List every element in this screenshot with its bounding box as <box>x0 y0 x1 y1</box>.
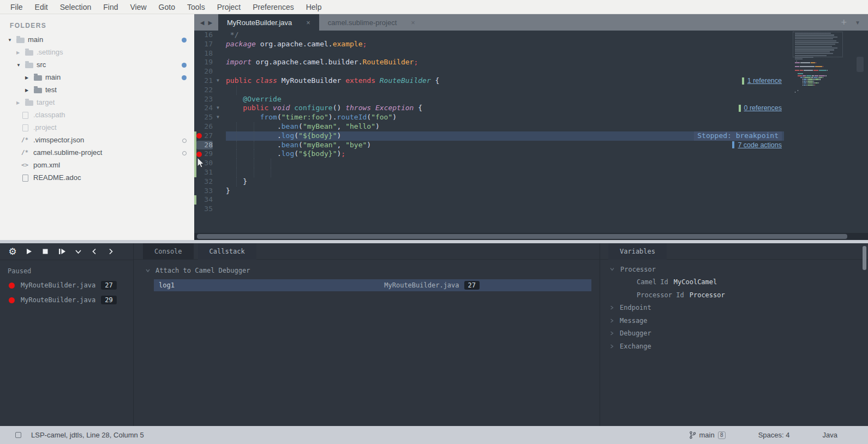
nav-left-icon[interactable] <box>86 245 103 258</box>
code-line[interactable]: 19import org.apache.camel.builder.RouteB… <box>194 58 868 67</box>
code-line[interactable]: 18 <box>194 49 868 58</box>
menu-item-edit[interactable]: Edit <box>29 3 54 11</box>
sidebar-item--settings[interactable]: ▶.settings <box>0 46 194 59</box>
code-line[interactable]: 25▼ from("timer:foo").routeId("foo") <box>194 113 868 122</box>
variable-row-endpoint[interactable]: Endpoint <box>609 302 868 315</box>
tab-overflow-icon[interactable]: ▼ <box>855 20 860 26</box>
code-line[interactable]: 24▼ public void configure() throws Excep… <box>194 104 868 113</box>
minimap[interactable] <box>784 31 851 233</box>
code-line[interactable]: 29 .log("${body}"); <box>194 149 868 159</box>
git-branch-icon <box>689 431 696 439</box>
code-line[interactable]: 23 @Override <box>194 95 868 104</box>
nav-right-icon[interactable] <box>103 245 119 258</box>
status-message: LSP-camel, jdtls, Line 28, Column 5 <box>31 431 144 439</box>
minimap-line <box>795 64 849 65</box>
line-number: 16 <box>196 31 213 40</box>
sidebar-item-pom-xml[interactable]: <>pom.xml <box>0 159 194 172</box>
git-branch-indicator[interactable]: main 8 <box>689 431 726 439</box>
code-line[interactable]: 26 .bean("myBean", "hello") <box>194 122 868 131</box>
debugger-controls-pane: ⚙ Paused MyRouteBuilder.java27MyRouteBui… <box>0 243 134 426</box>
sidebar-item--classpath[interactable]: .classpath <box>0 109 194 122</box>
chevron-right-icon <box>609 318 614 323</box>
stop-icon[interactable] <box>37 245 53 258</box>
breakpoint-row[interactable]: MyRouteBuilder.java27 <box>9 281 133 290</box>
tab-bar: ◀ ▶ MyRouteBuilder.java×camel.sublime-pr… <box>194 14 868 31</box>
annotation-link[interactable]: 7 code actions <box>738 141 782 150</box>
sidebar-item-readme-adoc[interactable]: README.adoc <box>0 172 194 184</box>
horizontal-scrollbar-thumb[interactable] <box>197 234 847 239</box>
variable-child-row[interactable]: Camel IdMyCoolCamel <box>637 276 868 289</box>
menu-item-help[interactable]: Help <box>300 3 328 11</box>
sidebar-item-main[interactable]: ▼main <box>0 34 194 46</box>
annotation-bar <box>732 141 734 148</box>
variable-row-message[interactable]: Message <box>609 314 868 327</box>
sidebar-item-target[interactable]: ▶target <box>0 97 194 109</box>
annotation-link[interactable]: 1 reference <box>747 76 782 86</box>
annotation-link[interactable]: 0 references <box>744 104 782 113</box>
menu-item-selection[interactable]: Selection <box>54 3 98 11</box>
vertical-scrollbar[interactable] <box>857 57 864 72</box>
code-line[interactable]: 28 .bean("myBean", "bye")7 code actions <box>194 141 868 150</box>
fold-arrow-icon[interactable]: ▼ <box>217 76 219 86</box>
breakpoint-row[interactable]: MyRouteBuilder.java29 <box>9 296 133 304</box>
syntax-status[interactable]: Java <box>823 431 837 439</box>
tab-variables[interactable]: Variables <box>608 243 667 260</box>
fold-arrow-icon[interactable]: ▼ <box>217 113 219 122</box>
tab-prev-icon[interactable]: ◀ <box>200 20 205 26</box>
code-line[interactable]: 32 } <box>194 177 868 187</box>
menu-item-project[interactable]: Project <box>211 3 247 11</box>
menu-item-preferences[interactable]: Preferences <box>247 3 300 11</box>
sidebar-item-src[interactable]: ▼src <box>0 59 194 71</box>
code-line[interactable]: 33} <box>194 187 868 196</box>
menubar: FileEditSelectionFindViewGotoToolsProjec… <box>0 0 868 14</box>
fold-arrow-icon[interactable]: ▼ <box>217 104 219 113</box>
variable-child-row[interactable]: Processor IdProcessor <box>637 289 868 302</box>
code-line[interactable]: 30 <box>194 159 868 168</box>
sidebar-item-camel-sublime-project[interactable]: /*camel.sublime-project <box>0 147 194 159</box>
step-over-icon[interactable] <box>53 245 70 258</box>
menu-item-goto[interactable]: Goto <box>153 3 181 11</box>
variable-row-exchange[interactable]: Exchange <box>609 340 868 353</box>
code-line[interactable]: 20 <box>194 67 868 76</box>
variable-row-processor[interactable]: Processor <box>609 263 868 276</box>
menu-item-view[interactable]: View <box>124 3 153 11</box>
tab-console[interactable]: Console <box>143 243 194 260</box>
tab-myroutebuilder-java[interactable]: MyRouteBuilder.java× <box>218 14 319 31</box>
sidebar-item-test[interactable]: ▶test <box>0 84 194 97</box>
code-editor[interactable]: 16 */17package org.apache.camel.example;… <box>194 31 868 240</box>
panel-down-icon[interactable] <box>70 245 86 258</box>
code-line[interactable]: 27 .log("${body}")Stopped: breakpoint <box>194 131 868 141</box>
code-line[interactable]: 17package org.apache.camel.example; <box>194 40 868 49</box>
code-text: .log("${body}") <box>226 131 341 141</box>
sidebar-item--project[interactable]: .project <box>0 122 194 134</box>
indentation-status[interactable]: Spaces: 4 <box>758 431 790 439</box>
tab-next-icon[interactable]: ▶ <box>208 20 213 26</box>
code-line[interactable]: 16 */ <box>194 31 868 40</box>
tab-camel-sublime-project[interactable]: camel.sublime-project× <box>319 14 424 31</box>
code-line[interactable]: 21▼public class MyRouteBuilder extends R… <box>194 76 868 86</box>
stack-frame-row[interactable]: log1MyRouteBuilder.java27 <box>154 279 591 291</box>
thread-row[interactable]: Attach to Camel Debugger <box>145 267 600 274</box>
variable-row-debugger[interactable]: Debugger <box>609 327 868 340</box>
vcs-status-icon[interactable] <box>15 432 21 438</box>
settings-icon[interactable]: ⚙ <box>4 245 21 258</box>
folder-icon <box>25 63 33 68</box>
variables-scrollbar[interactable] <box>863 246 866 270</box>
minimap-viewport <box>793 32 843 57</box>
new-tab-icon[interactable]: + <box>841 17 847 28</box>
tab-callstack[interactable]: Callstack <box>198 243 256 260</box>
code-line[interactable]: 31 <box>194 168 868 177</box>
code-line[interactable]: 22 <box>194 86 868 95</box>
minimap-line <box>795 79 849 80</box>
sidebar-item--vimspector-json[interactable]: /*.vimspector.json <box>0 134 194 147</box>
start-icon[interactable] <box>21 245 37 258</box>
sidebar-item-label: target <box>37 98 55 106</box>
menu-item-tools[interactable]: Tools <box>181 3 211 11</box>
code-line[interactable]: 35 <box>194 205 868 214</box>
menu-item-file[interactable]: File <box>4 3 29 11</box>
tab-close-icon[interactable]: × <box>411 19 415 27</box>
menu-item-find[interactable]: Find <box>97 3 124 11</box>
sidebar-item-main[interactable]: ▶main <box>0 71 194 84</box>
code-line[interactable]: 34 <box>194 195 868 205</box>
tab-close-icon[interactable]: × <box>306 19 310 27</box>
